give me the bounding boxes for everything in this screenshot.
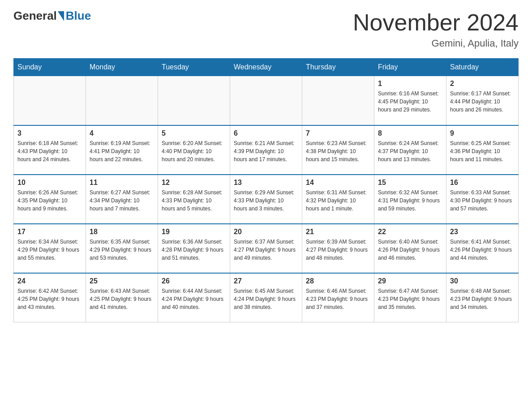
day-info: Sunrise: 6:47 AM Sunset: 4:23 PM Dayligh… xyxy=(378,287,442,311)
day-info: Sunrise: 6:34 AM Sunset: 4:29 PM Dayligh… xyxy=(17,238,82,262)
calendar-cell: 8Sunrise: 6:24 AM Sunset: 4:37 PM Daylig… xyxy=(374,125,446,175)
day-info: Sunrise: 6:20 AM Sunset: 4:40 PM Dayligh… xyxy=(162,139,226,163)
day-info: Sunrise: 6:23 AM Sunset: 4:38 PM Dayligh… xyxy=(306,139,370,163)
day-number: 29 xyxy=(378,277,442,285)
day-info: Sunrise: 6:48 AM Sunset: 4:23 PM Dayligh… xyxy=(450,287,515,311)
day-number: 26 xyxy=(162,277,226,285)
day-number: 7 xyxy=(306,129,370,137)
day-info: Sunrise: 6:37 AM Sunset: 4:27 PM Dayligh… xyxy=(234,238,298,262)
calendar-cell xyxy=(302,76,374,125)
weekday-header-wednesday: Wednesday xyxy=(230,59,302,76)
calendar-cell: 30Sunrise: 6:48 AM Sunset: 4:23 PM Dayli… xyxy=(446,273,519,322)
calendar-cell: 3Sunrise: 6:18 AM Sunset: 4:43 PM Daylig… xyxy=(14,125,86,175)
day-info: Sunrise: 6:35 AM Sunset: 4:29 PM Dayligh… xyxy=(90,238,154,262)
day-info: Sunrise: 6:26 AM Sunset: 4:35 PM Dayligh… xyxy=(17,188,82,213)
logo-general-text: General xyxy=(13,9,57,23)
calendar-cell: 28Sunrise: 6:46 AM Sunset: 4:23 PM Dayli… xyxy=(302,273,374,322)
weekday-header-friday: Friday xyxy=(374,59,446,76)
day-number: 27 xyxy=(234,277,298,285)
day-number: 28 xyxy=(306,277,370,285)
calendar-cell: 2Sunrise: 6:17 AM Sunset: 4:44 PM Daylig… xyxy=(446,76,519,125)
logo-blue-text: Blue xyxy=(66,9,91,23)
day-info: Sunrise: 6:42 AM Sunset: 4:25 PM Dayligh… xyxy=(17,287,82,311)
day-info: Sunrise: 6:32 AM Sunset: 4:31 PM Dayligh… xyxy=(378,188,442,213)
day-number: 6 xyxy=(234,129,298,137)
calendar-cell: 27Sunrise: 6:45 AM Sunset: 4:24 PM Dayli… xyxy=(230,273,302,322)
day-info: Sunrise: 6:17 AM Sunset: 4:44 PM Dayligh… xyxy=(450,90,515,114)
day-number: 15 xyxy=(378,179,442,187)
day-info: Sunrise: 6:16 AM Sunset: 4:45 PM Dayligh… xyxy=(378,90,442,114)
calendar-cell: 15Sunrise: 6:32 AM Sunset: 4:31 PM Dayli… xyxy=(374,175,446,224)
day-info: Sunrise: 6:28 AM Sunset: 4:33 PM Dayligh… xyxy=(162,188,226,213)
calendar-cell: 17Sunrise: 6:34 AM Sunset: 4:29 PM Dayli… xyxy=(14,224,86,273)
page-header: General Blue November 2024 Gemini, Apuli… xyxy=(13,9,519,49)
calendar-cell: 23Sunrise: 6:41 AM Sunset: 4:26 PM Dayli… xyxy=(446,224,519,273)
calendar-cell: 11Sunrise: 6:27 AM Sunset: 4:34 PM Dayli… xyxy=(86,175,158,224)
day-number: 23 xyxy=(450,228,515,236)
calendar-cell: 12Sunrise: 6:28 AM Sunset: 4:33 PM Dayli… xyxy=(158,175,230,224)
calendar-cell: 16Sunrise: 6:33 AM Sunset: 4:30 PM Dayli… xyxy=(446,175,519,224)
day-number: 25 xyxy=(90,277,154,285)
day-number: 17 xyxy=(17,228,82,236)
weekday-header-saturday: Saturday xyxy=(446,59,519,76)
day-number: 10 xyxy=(17,179,82,187)
calendar-cell xyxy=(158,76,230,125)
calendar-title: November 2024 xyxy=(353,9,519,36)
calendar-cell: 24Sunrise: 6:42 AM Sunset: 4:25 PM Dayli… xyxy=(14,273,86,322)
day-number: 8 xyxy=(378,129,442,137)
week-row-2: 3Sunrise: 6:18 AM Sunset: 4:43 PM Daylig… xyxy=(14,125,519,175)
calendar-cell: 21Sunrise: 6:39 AM Sunset: 4:27 PM Dayli… xyxy=(302,224,374,273)
weekday-header-thursday: Thursday xyxy=(302,59,374,76)
day-info: Sunrise: 6:31 AM Sunset: 4:32 PM Dayligh… xyxy=(306,188,370,213)
day-info: Sunrise: 6:44 AM Sunset: 4:24 PM Dayligh… xyxy=(162,287,226,311)
day-info: Sunrise: 6:40 AM Sunset: 4:26 PM Dayligh… xyxy=(378,238,442,262)
logo-triangle-icon xyxy=(58,11,64,21)
calendar-cell: 13Sunrise: 6:29 AM Sunset: 4:33 PM Dayli… xyxy=(230,175,302,224)
weekday-header-monday: Monday xyxy=(86,59,158,76)
day-number: 3 xyxy=(17,129,82,137)
week-row-3: 10Sunrise: 6:26 AM Sunset: 4:35 PM Dayli… xyxy=(14,175,519,224)
calendar-subtitle: Gemini, Apulia, Italy xyxy=(353,38,519,49)
calendar-cell: 4Sunrise: 6:19 AM Sunset: 4:41 PM Daylig… xyxy=(86,125,158,175)
calendar-cell xyxy=(14,76,86,125)
day-info: Sunrise: 6:46 AM Sunset: 4:23 PM Dayligh… xyxy=(306,287,370,311)
calendar-cell: 29Sunrise: 6:47 AM Sunset: 4:23 PM Dayli… xyxy=(374,273,446,322)
day-number: 19 xyxy=(162,228,226,236)
calendar-cell: 10Sunrise: 6:26 AM Sunset: 4:35 PM Dayli… xyxy=(14,175,86,224)
day-number: 5 xyxy=(162,129,226,137)
day-number: 21 xyxy=(306,228,370,236)
calendar-cell: 25Sunrise: 6:43 AM Sunset: 4:25 PM Dayli… xyxy=(86,273,158,322)
calendar-cell: 19Sunrise: 6:36 AM Sunset: 4:28 PM Dayli… xyxy=(158,224,230,273)
calendar-cell: 6Sunrise: 6:21 AM Sunset: 4:39 PM Daylig… xyxy=(230,125,302,175)
calendar-table: SundayMondayTuesdayWednesdayThursdayFrid… xyxy=(13,58,519,322)
week-row-4: 17Sunrise: 6:34 AM Sunset: 4:29 PM Dayli… xyxy=(14,224,519,273)
day-info: Sunrise: 6:29 AM Sunset: 4:33 PM Dayligh… xyxy=(234,188,298,213)
calendar-cell: 22Sunrise: 6:40 AM Sunset: 4:26 PM Dayli… xyxy=(374,224,446,273)
calendar-cell: 7Sunrise: 6:23 AM Sunset: 4:38 PM Daylig… xyxy=(302,125,374,175)
title-section: November 2024 Gemini, Apulia, Italy xyxy=(353,9,519,49)
day-number: 2 xyxy=(450,80,515,88)
day-number: 12 xyxy=(162,179,226,187)
calendar-cell: 14Sunrise: 6:31 AM Sunset: 4:32 PM Dayli… xyxy=(302,175,374,224)
weekday-header-tuesday: Tuesday xyxy=(158,59,230,76)
week-row-5: 24Sunrise: 6:42 AM Sunset: 4:25 PM Dayli… xyxy=(14,273,519,322)
calendar-cell xyxy=(86,76,158,125)
day-number: 18 xyxy=(90,228,154,236)
calendar-cell: 5Sunrise: 6:20 AM Sunset: 4:40 PM Daylig… xyxy=(158,125,230,175)
day-number: 13 xyxy=(234,179,298,187)
calendar-cell: 1Sunrise: 6:16 AM Sunset: 4:45 PM Daylig… xyxy=(374,76,446,125)
day-info: Sunrise: 6:18 AM Sunset: 4:43 PM Dayligh… xyxy=(17,139,82,163)
day-number: 9 xyxy=(450,129,515,137)
calendar-cell: 9Sunrise: 6:25 AM Sunset: 4:36 PM Daylig… xyxy=(446,125,519,175)
day-info: Sunrise: 6:33 AM Sunset: 4:30 PM Dayligh… xyxy=(450,188,515,213)
calendar-cell: 18Sunrise: 6:35 AM Sunset: 4:29 PM Dayli… xyxy=(86,224,158,273)
day-info: Sunrise: 6:45 AM Sunset: 4:24 PM Dayligh… xyxy=(234,287,298,311)
day-number: 11 xyxy=(90,179,154,187)
day-number: 20 xyxy=(234,228,298,236)
day-number: 4 xyxy=(90,129,154,137)
day-info: Sunrise: 6:27 AM Sunset: 4:34 PM Dayligh… xyxy=(90,188,154,213)
day-info: Sunrise: 6:21 AM Sunset: 4:39 PM Dayligh… xyxy=(234,139,298,163)
day-info: Sunrise: 6:39 AM Sunset: 4:27 PM Dayligh… xyxy=(306,238,370,262)
calendar-cell xyxy=(230,76,302,125)
day-info: Sunrise: 6:19 AM Sunset: 4:41 PM Dayligh… xyxy=(90,139,154,163)
